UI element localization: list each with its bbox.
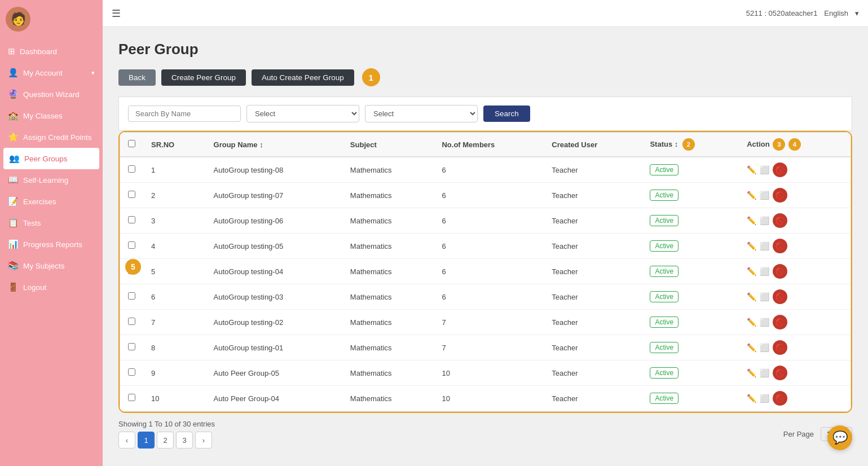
delete-button[interactable]: 🚫 [773,289,787,304]
page-title: Peer Group [118,41,852,58]
row-group-name: AutoGroup testing-06 [206,208,342,234]
delete-button[interactable]: 🚫 [773,340,787,355]
create-peer-group-button[interactable]: Create Peer Group [161,69,246,86]
edit-icon[interactable]: ✏️ [747,191,756,200]
sidebar-item-peer-groups[interactable]: 👥 Peer Groups [3,148,99,169]
delete-button[interactable]: 🚫 [773,188,787,203]
page-1-button[interactable]: 1 [138,432,155,449]
col-srno: SR.NO [143,133,206,157]
toggle-icon[interactable]: ⬜ [760,318,769,327]
sidebar-item-question-wizard[interactable]: 🔮 Question Wizard [0,83,103,105]
row-actions: ✏️ ⬜ 🚫 [739,361,851,386]
page-3-button[interactable]: 3 [176,432,193,449]
delete-button[interactable]: 🚫 [773,366,787,380]
toolbar: Back Create Peer Group Auto Create Peer … [118,68,852,86]
search-input[interactable] [128,105,241,122]
toggle-icon[interactable]: ⬜ [760,267,769,276]
edit-icon[interactable]: ✏️ [747,368,756,377]
sidebar-item-assign-credit-points[interactable]: ⭐ Assign Credit Points [0,126,103,148]
sidebar-item-my-account[interactable]: 👤 My Account ▾ [0,62,103,83]
next-page-button[interactable]: › [195,432,212,449]
language-selector[interactable]: English [824,9,848,17]
delete-button[interactable]: 🚫 [773,162,787,177]
back-button[interactable]: Back [118,69,156,86]
row-checkbox[interactable] [128,292,135,300]
sidebar-item-tests[interactable]: 📋 Tests [0,212,103,234]
row-checkbox[interactable] [128,394,135,401]
toggle-icon[interactable]: ⬜ [760,216,769,225]
col-subject: Subject [342,133,434,157]
sidebar-item-dashboard[interactable]: ⊞ Dashboard [0,41,103,62]
row-subject: Mathematics [342,361,434,386]
status-badge: Active [650,266,678,277]
row-checkbox[interactable] [128,241,135,249]
table-wrapper: SR.NO Group Name ↕ Subject No.of Members… [120,132,851,412]
status-select[interactable]: Select Active Inactive [365,105,478,122]
toggle-icon[interactable]: ⬜ [760,165,769,174]
edit-icon[interactable]: ✏️ [747,394,756,403]
select-all-checkbox[interactable] [128,140,135,147]
toggle-icon[interactable]: ⬜ [760,394,769,403]
chat-bubble-button[interactable]: 💬 [827,425,852,450]
sidebar: 🧑 ⊞ Dashboard 👤 My Account ▾ 🔮 Question … [0,0,103,466]
row-checkbox[interactable] [128,343,135,350]
delete-button[interactable]: 🚫 [773,239,787,253]
toggle-icon[interactable]: ⬜ [760,292,769,301]
avatar: 🧑 [6,7,30,32]
table-row: 3 AutoGroup testing-06 Mathematics 6 Tea… [120,208,851,234]
hamburger-button[interactable]: ☰ [112,7,121,20]
toggle-icon[interactable]: ⬜ [760,241,769,250]
edit-icon[interactable]: ✏️ [747,165,756,174]
row-created-user: Teacher [544,386,642,411]
row-actions: ✏️ ⬜ 🚫 [739,310,851,335]
row-status: Active [642,183,739,208]
page-2-button[interactable]: 2 [157,432,174,449]
row-checkbox[interactable] [128,216,135,223]
row-checkbox[interactable] [128,165,135,173]
row-status: Active [642,259,739,284]
showing-text: Showing 1 To 10 of 30 entries [118,420,215,428]
row-checkbox[interactable] [128,191,135,198]
topbar-right: 5211 : 0520ateacher1 English ▾ [746,9,859,17]
sidebar-item-progress-reports[interactable]: 📊 Progress Reports [0,234,103,255]
row-subject: Mathematics [342,335,434,361]
sidebar-item-logout[interactable]: 🚪 Logout [0,276,103,298]
edit-icon[interactable]: ✏️ [747,267,756,276]
auto-create-peer-group-button[interactable]: Auto Create Peer Group [252,69,354,86]
sidebar-item-exercises[interactable]: 📝 Exercises [0,191,103,212]
subject-select[interactable]: Select Mathematics Science English [246,105,359,122]
delete-button[interactable]: 🚫 [773,391,787,406]
delete-button[interactable]: 🚫 [773,264,787,279]
step-badge-1: 1 [362,68,380,86]
edit-icon[interactable]: ✏️ [747,292,756,301]
delete-button[interactable]: 🚫 [773,213,787,228]
prev-page-button[interactable]: ‹ [118,432,135,449]
row-status: Active [642,361,739,386]
row-created-user: Teacher [544,310,642,335]
row-group-name: AutoGroup testing-02 [206,310,342,335]
toggle-icon[interactable]: ⬜ [760,191,769,200]
row-status: Active [642,208,739,234]
row-members: 10 [434,386,544,411]
sidebar-item-self-learning[interactable]: 📖 Self-Learning [0,169,103,191]
col-members: No.of Members [434,133,544,157]
edit-icon[interactable]: ✏️ [747,318,756,327]
table-body: 1 AutoGroup testing-08 Mathematics 6 Tea… [120,157,851,411]
sidebar-item-my-subjects[interactable]: 📚 My Subjects [0,255,103,276]
toggle-icon[interactable]: ⬜ [760,368,769,377]
sidebar-item-my-classes[interactable]: 🏫 My Classes [0,105,103,126]
edit-icon[interactable]: ✏️ [747,241,756,250]
row-checkbox-col [120,183,143,208]
edit-icon[interactable]: ✏️ [747,343,756,352]
search-button[interactable]: Search [483,105,530,122]
toggle-icon[interactable]: ⬜ [760,343,769,352]
row-created-user: Teacher [544,259,642,284]
status-badge: Active [650,367,678,379]
delete-button[interactable]: 🚫 [773,315,787,329]
row-checkbox[interactable] [128,368,135,376]
edit-icon[interactable]: ✏️ [747,216,756,225]
row-actions: ✏️ ⬜ 🚫 [739,259,851,284]
row-sr: 6 [143,284,206,310]
row-checkbox[interactable] [128,318,135,325]
action-icons: ✏️ ⬜ 🚫 [747,340,843,355]
